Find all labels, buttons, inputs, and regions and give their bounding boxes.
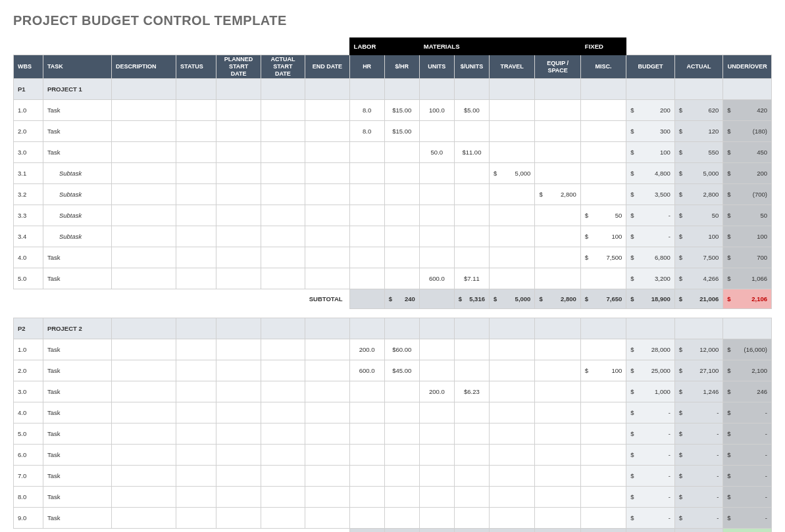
cell-urate[interactable]: [454, 466, 489, 487]
cell-uo[interactable]: $420: [723, 100, 772, 121]
cell-urate[interactable]: [454, 163, 489, 184]
cell-hr[interactable]: [349, 487, 384, 508]
cell-uo[interactable]: $-: [723, 508, 772, 529]
cell-equip[interactable]: [535, 445, 580, 466]
cell-desc[interactable]: [112, 508, 176, 529]
cell-actual[interactable]: $27,100: [674, 360, 723, 381]
cell-end[interactable]: [305, 423, 349, 445]
cell-end[interactable]: [305, 205, 349, 226]
cell-units[interactable]: 100.0: [419, 100, 454, 121]
cell-misc[interactable]: [580, 163, 626, 184]
cell-wbs[interactable]: 3.2: [14, 184, 43, 205]
cell-uo[interactable]: $-: [723, 445, 772, 466]
cell-budget[interactable]: $300: [626, 121, 675, 142]
cell-rate[interactable]: [384, 142, 419, 163]
cell-actual[interactable]: $100: [674, 226, 723, 247]
cell-actual[interactable]: $2,800: [674, 184, 723, 205]
cell-desc[interactable]: [112, 466, 176, 487]
cell-misc[interactable]: $100: [580, 360, 626, 381]
cell-units[interactable]: [419, 339, 454, 360]
cell-travel[interactable]: [489, 100, 534, 121]
cell-travel[interactable]: [489, 184, 534, 205]
cell-actual[interactable]: $-: [674, 487, 723, 508]
cell-wbs[interactable]: 4.0: [14, 247, 43, 268]
cell-hr[interactable]: 200.0: [349, 339, 384, 360]
cell-budget[interactable]: $28,000: [626, 339, 675, 360]
cell-rate[interactable]: [384, 508, 419, 529]
cell-hr[interactable]: 8.0: [349, 121, 384, 142]
table-row[interactable]: 7.0Task$-$-$-: [14, 466, 772, 487]
cell-task[interactable]: Task: [43, 381, 111, 402]
cell-units[interactable]: [419, 402, 454, 423]
cell-rate[interactable]: [384, 381, 419, 402]
cell-uo[interactable]: $1,066: [723, 268, 772, 289]
cell-urate[interactable]: [454, 184, 489, 205]
cell-pstart[interactable]: [216, 381, 261, 402]
cell-task[interactable]: Task: [43, 247, 111, 268]
cell-desc[interactable]: [112, 247, 176, 268]
cell-budget[interactable]: $-: [626, 226, 675, 247]
cell-rate[interactable]: [384, 205, 419, 226]
cell-end[interactable]: [305, 142, 349, 163]
cell-status[interactable]: [176, 487, 216, 508]
cell-desc[interactable]: [112, 402, 176, 423]
cell-astart[interactable]: [261, 360, 305, 381]
cell-uo[interactable]: $(180): [723, 121, 772, 142]
cell-astart[interactable]: [261, 487, 305, 508]
table-row[interactable]: 3.0Task50.0$11.00$100$550$450: [14, 142, 772, 163]
cell-task[interactable]: Task: [43, 423, 111, 445]
table-row[interactable]: 1.0Task200.0$60.00$28,000$12,000$(16,000…: [14, 339, 772, 360]
cell-task[interactable]: Task: [43, 360, 111, 381]
table-row[interactable]: 8.0Task$-$-$-: [14, 487, 772, 508]
cell-status[interactable]: [176, 142, 216, 163]
cell-units[interactable]: [419, 163, 454, 184]
cell-budget[interactable]: $1,000: [626, 381, 675, 402]
cell-desc[interactable]: [112, 339, 176, 360]
cell-misc[interactable]: $50: [580, 205, 626, 226]
table-row[interactable]: 9.0Task$-$-$-: [14, 508, 772, 529]
cell-uo[interactable]: $-: [723, 423, 772, 445]
cell-travel[interactable]: [489, 268, 534, 289]
table-row[interactable]: 3.2Subtask$2,800$3,500$2,800$(700): [14, 184, 772, 205]
cell-end[interactable]: [305, 184, 349, 205]
cell-status[interactable]: [176, 163, 216, 184]
cell-hr[interactable]: [349, 247, 384, 268]
cell-hr[interactable]: [349, 142, 384, 163]
cell-urate[interactable]: $6.23: [454, 381, 489, 402]
cell-uo[interactable]: $(700): [723, 184, 772, 205]
cell-equip[interactable]: [535, 402, 580, 423]
cell-units[interactable]: [419, 508, 454, 529]
cell-hr[interactable]: [349, 402, 384, 423]
cell-pstart[interactable]: [216, 508, 261, 529]
cell-pstart[interactable]: [216, 184, 261, 205]
cell-misc[interactable]: [580, 487, 626, 508]
cell-budget[interactable]: $-: [626, 466, 675, 487]
cell-pstart[interactable]: [216, 247, 261, 268]
cell-equip[interactable]: [535, 142, 580, 163]
cell-rate[interactable]: $60.00: [384, 339, 419, 360]
cell-astart[interactable]: [261, 268, 305, 289]
table-row[interactable]: 3.3Subtask$50$-$50$50: [14, 205, 772, 226]
cell-desc[interactable]: [112, 360, 176, 381]
cell-rate[interactable]: [384, 184, 419, 205]
cell-astart[interactable]: [261, 184, 305, 205]
cell-travel[interactable]: [489, 205, 534, 226]
cell-desc[interactable]: [112, 100, 176, 121]
cell-budget[interactable]: $100: [626, 142, 675, 163]
cell-equip[interactable]: $2,800: [535, 184, 580, 205]
cell-urate[interactable]: [454, 247, 489, 268]
cell-desc[interactable]: [112, 445, 176, 466]
cell-rate[interactable]: [384, 423, 419, 445]
cell-rate[interactable]: [384, 163, 419, 184]
cell-actual[interactable]: $620: [674, 100, 723, 121]
cell-wbs[interactable]: 9.0: [14, 508, 43, 529]
cell-astart[interactable]: [261, 226, 305, 247]
cell-actual[interactable]: $-: [674, 423, 723, 445]
cell-uo[interactable]: $450: [723, 142, 772, 163]
cell-travel[interactable]: [489, 445, 534, 466]
cell-travel[interactable]: [489, 121, 534, 142]
cell-equip[interactable]: [535, 381, 580, 402]
table-row[interactable]: 2.0Task8.0$15.00$300$120$(180): [14, 121, 772, 142]
cell-misc[interactable]: [580, 100, 626, 121]
table-row[interactable]: 5.0Task$-$-$-: [14, 423, 772, 445]
